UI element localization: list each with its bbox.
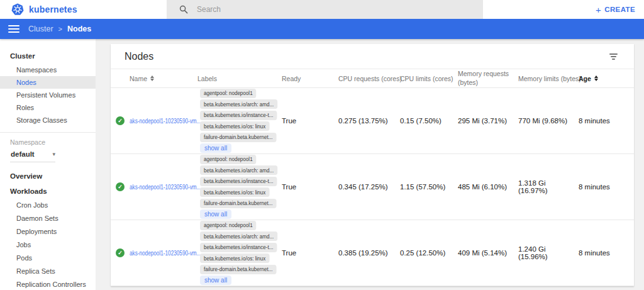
plus-icon: +: [596, 5, 601, 14]
chevron-down-icon: ▾: [52, 151, 55, 157]
show-all-button[interactable]: show all: [200, 143, 231, 153]
cpu-limits-value: 1.15 (57.50%): [400, 183, 458, 191]
show-all-button[interactable]: show all: [200, 276, 231, 285]
node-name-link[interactable]: aks-nodepool1-10230590-vm...: [130, 250, 201, 257]
column-header-ready: Ready: [282, 75, 338, 82]
sidebar-item-cron-jobs[interactable]: Cron Jobs: [0, 199, 96, 212]
cpu-requests-value: 0.345 (17.25%): [338, 183, 400, 191]
table-header-row: Name Labels Ready CPU requests (cores) C…: [111, 69, 634, 88]
top-bar: kubernetes + CREATE: [0, 0, 644, 19]
memory-limits-value: 770 Mi (9.68%): [518, 117, 579, 125]
sidebar-item-pods[interactable]: Pods: [0, 252, 96, 265]
cpu-limits-value: 0.25 (12.50%): [400, 249, 458, 257]
label-chip: beta.kubernetes.io/instance-t...: [200, 111, 277, 120]
sidebar-section-cluster: Cluster: [0, 48, 96, 64]
sidebar-item-replica-sets[interactable]: Replica Sets: [0, 265, 96, 278]
ready-value: True: [282, 249, 338, 257]
sidebar-item-roles[interactable]: Roles: [0, 101, 96, 114]
column-header-name[interactable]: Name: [130, 75, 197, 82]
sidebar-divider: [0, 132, 96, 133]
sidebar-item-namespaces[interactable]: Namespaces: [0, 64, 96, 76]
search-input[interactable]: [197, 5, 436, 14]
breadcrumb-cluster[interactable]: Cluster: [28, 25, 53, 33]
cpu-requests-value: 0.275 (13.75%): [338, 117, 400, 125]
breadcrumb: Cluster > Nodes: [28, 25, 91, 33]
label-chip: agentpool: nodepool1: [200, 221, 257, 230]
page-title: Nodes: [125, 51, 153, 62]
cpu-requests-value: 0.385 (19.25%): [338, 249, 400, 257]
column-header-memory-limits: Memory limits (bytes): [518, 75, 579, 82]
status-ok-icon: ✓: [116, 248, 125, 257]
age-value: 8 minutes: [579, 117, 634, 125]
label-chip: beta.kubernetes.io/arch: amd...: [200, 99, 277, 109]
node-name-link[interactable]: aks-nodepool1-10230590-vm...: [130, 184, 201, 191]
search-icon: [179, 5, 188, 14]
sidebar-item-jobs[interactable]: Jobs: [0, 238, 96, 252]
column-header-age[interactable]: Age: [579, 75, 634, 82]
status-ok-icon: ✓: [116, 182, 125, 191]
column-header-cpu-limits: CPU limits (cores): [400, 75, 458, 82]
memory-limits-value: 1.318 Gi (16.97%): [518, 179, 579, 194]
sort-icon: [594, 75, 598, 81]
sidebar-item-storage-classes[interactable]: Storage Classes: [0, 114, 96, 126]
memory-requests-value: 485 Mi (6.10%): [458, 183, 518, 191]
kubernetes-logo-icon: [11, 3, 24, 16]
menu-icon[interactable]: [8, 25, 19, 33]
labels-cell: agentpool: nodepool1 beta.kubernetes.io/…: [197, 220, 282, 286]
sidebar: Cluster Namespaces Nodes Persistent Volu…: [0, 39, 96, 290]
memory-requests-value: 295 Mi (3.71%): [458, 117, 518, 125]
sidebar-section-workloads: Workloads: [0, 184, 96, 199]
ready-value: True: [282, 183, 338, 191]
sidebar-item-replication-controllers[interactable]: Replication Controllers: [0, 278, 96, 290]
label-chip: beta.kubernetes.io/arch: amd...: [200, 165, 277, 175]
sidebar-item-deployments[interactable]: Deployments: [0, 225, 96, 238]
label-chip: beta.kubernetes.io/os: linux: [200, 187, 269, 197]
brand: kubernetes: [11, 0, 77, 19]
filter-icon[interactable]: [607, 51, 620, 62]
ready-value: True: [282, 117, 338, 125]
labels-cell: agentpool: nodepool1 beta.kubernetes.io/…: [197, 154, 282, 220]
label-chip: failure-domain.beta.kubernet...: [200, 265, 276, 274]
memory-requests-value: 409 Mi (5.14%): [458, 249, 518, 257]
label-chip: beta.kubernetes.io/arch: amd...: [200, 231, 277, 241]
sidebar-item-overview[interactable]: Overview: [0, 169, 96, 184]
sidebar-item-nodes[interactable]: Nodes: [0, 76, 96, 89]
age-value: 8 minutes: [579, 249, 634, 257]
show-all-button[interactable]: show all: [200, 209, 231, 219]
label-chip: failure-domain.beta.kubernet...: [200, 133, 276, 142]
column-header-cpu-requests: CPU requests (cores): [338, 75, 400, 82]
namespace-select[interactable]: default ▾: [10, 150, 55, 162]
sidebar-item-persistent-volumes[interactable]: Persistent Volumes: [0, 89, 96, 101]
nodes-card: Nodes Name Labels Ready CPU requests (co…: [111, 44, 634, 286]
label-chip: beta.kubernetes.io/os: linux: [200, 254, 269, 263]
column-header-labels: Labels: [197, 75, 282, 82]
memory-limits-value: 1.240 Gi (15.96%): [518, 245, 579, 260]
breadcrumb-bar: Cluster > Nodes: [0, 19, 644, 39]
label-chip: beta.kubernetes.io/instance-t...: [200, 243, 277, 252]
label-chip: agentpool: nodepool1: [200, 155, 257, 164]
label-chip: beta.kubernetes.io/os: linux: [200, 121, 269, 131]
breadcrumb-separator: >: [58, 25, 62, 33]
node-name-link[interactable]: aks-nodepool1-10230590-vm...: [130, 118, 201, 125]
age-value: 8 minutes: [579, 183, 634, 191]
brand-name: kubernetes: [29, 4, 77, 14]
column-header-memory-requests: Memory requests (bytes): [458, 70, 518, 86]
label-chip: beta.kubernetes.io/instance-t...: [200, 177, 277, 186]
create-button-label: CREATE: [604, 6, 635, 13]
label-chip: failure-domain.beta.kubernet...: [200, 199, 276, 208]
breadcrumb-current-nodes: Nodes: [67, 25, 91, 33]
namespace-selected-value: default: [11, 150, 35, 158]
search-bar[interactable]: [167, 0, 483, 19]
status-ok-icon: ✓: [116, 116, 125, 125]
table-row: ✓ aks-nodepool1-10230590-vm... agentpool…: [111, 154, 634, 220]
create-button[interactable]: + CREATE: [596, 0, 635, 19]
sort-icon: [150, 75, 154, 81]
namespace-label: Namespace: [0, 138, 96, 146]
labels-cell: agentpool: nodepool1 beta.kubernetes.io/…: [197, 88, 282, 153]
cpu-limits-value: 0.15 (7.50%): [400, 117, 458, 125]
table-row: ✓ aks-nodepool1-10230590-vm... agentpool…: [111, 88, 634, 154]
sidebar-item-daemon-sets[interactable]: Daemon Sets: [0, 212, 96, 225]
table-row: ✓ aks-nodepool1-10230590-vm... agentpool…: [111, 220, 634, 286]
label-chip: agentpool: nodepool1: [200, 89, 257, 98]
